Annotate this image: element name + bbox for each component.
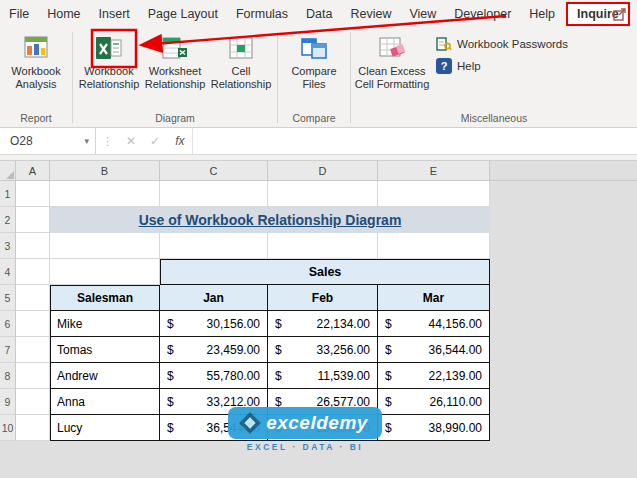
cell-relationship-button[interactable]: Cell Relationship	[208, 30, 274, 91]
amount-cell[interactable]: $23,459.00	[160, 337, 268, 363]
grid-cell[interactable]	[268, 233, 378, 259]
cancel-icon[interactable]: ✕	[119, 134, 143, 148]
row-header[interactable]: 6	[0, 311, 16, 337]
grid-cell[interactable]	[16, 285, 50, 311]
tab-data[interactable]: Data	[297, 2, 341, 26]
table-header-feb[interactable]: Feb	[268, 285, 378, 311]
ribbon-group-diagram: Workbook Relationship Worksheet Relation…	[73, 28, 277, 127]
enter-icon[interactable]: ✓	[143, 134, 167, 148]
tab-review[interactable]: Review	[341, 2, 400, 26]
grid-cell[interactable]	[16, 233, 50, 259]
grid-cell[interactable]	[378, 181, 490, 207]
amount-cell[interactable]: $22,134.00	[268, 311, 378, 337]
share-icon[interactable]	[611, 5, 629, 23]
sheet-title[interactable]: Use of Workbook Relationship Diagram	[50, 207, 490, 233]
row-header[interactable]: 4	[0, 259, 16, 285]
tab-home[interactable]: Home	[38, 2, 89, 26]
grid-cell[interactable]	[160, 181, 268, 207]
currency-symbol: $	[167, 421, 174, 435]
table-header-mar[interactable]: Mar	[378, 285, 490, 311]
watermark-pill: exceldemy	[228, 407, 382, 439]
formula-input[interactable]	[192, 128, 637, 154]
amount-cell[interactable]: $33,256.00	[268, 337, 378, 363]
cell-relationship-icon	[226, 33, 256, 63]
amount-cell[interactable]: $36,544.00	[378, 337, 490, 363]
table-header-salesman[interactable]: Salesman	[50, 285, 160, 311]
button-label: Cell Relationship	[208, 65, 274, 91]
sheet-filler	[490, 181, 637, 207]
grid-cell[interactable]	[16, 363, 50, 389]
column-header-c[interactable]: C	[160, 161, 268, 181]
workbook-relationship-icon	[94, 33, 124, 63]
grid-cell[interactable]	[50, 181, 160, 207]
salesman-cell[interactable]: Lucy	[50, 415, 160, 441]
row-header[interactable]: 5	[0, 285, 16, 311]
amount-value: 11,539.00	[318, 369, 371, 383]
worksheet-relationship-button[interactable]: Worksheet Relationship	[142, 30, 208, 91]
column-header-a[interactable]: A	[16, 161, 50, 181]
clean-excess-cell-formatting-button[interactable]: Clean Excess Cell Formatting	[354, 30, 430, 91]
row-header[interactable]: 3	[0, 233, 16, 259]
sheet-row: 5 Salesman Jan Feb Mar	[0, 285, 637, 311]
tab-view[interactable]: View	[400, 2, 445, 26]
amount-cell[interactable]: $55,780.00	[160, 363, 268, 389]
row-header[interactable]: 10	[0, 415, 16, 441]
workbook-passwords-button[interactable]: Workbook Passwords	[436, 36, 568, 52]
group-label-diagram: Diagram	[76, 111, 274, 127]
row-header[interactable]: 1	[0, 181, 16, 207]
amount-cell[interactable]: $11,539.00	[268, 363, 378, 389]
grid-cell[interactable]	[378, 233, 490, 259]
grid-cell[interactable]	[160, 233, 268, 259]
tab-page-layout[interactable]: Page Layout	[139, 2, 227, 26]
grid-cell[interactable]	[268, 181, 378, 207]
clean-excess-cell-formatting-icon	[377, 33, 407, 63]
grid-cell[interactable]	[16, 259, 50, 285]
workbook-relationship-button[interactable]: Workbook Relationship	[76, 30, 142, 91]
sheet-filler	[490, 363, 637, 389]
sheet-row: 4 Sales	[0, 259, 637, 285]
select-all-corner[interactable]	[0, 161, 16, 181]
grid-cell[interactable]	[16, 389, 50, 415]
row-header[interactable]: 7	[0, 337, 16, 363]
amount-cell[interactable]: $44,156.00	[378, 311, 490, 337]
compare-files-button[interactable]: Compare Files	[281, 30, 347, 91]
column-header-e[interactable]: E	[378, 161, 490, 181]
name-box[interactable]: O28 ▾	[0, 128, 96, 154]
ribbon: Workbook Analysis Report Workbook Relati…	[0, 28, 637, 128]
amount-cell[interactable]: $22,139.00	[378, 363, 490, 389]
help-button[interactable]: ? Help	[436, 58, 568, 74]
amount-cell[interactable]: $30,156.00	[160, 311, 268, 337]
row-header[interactable]: 8	[0, 363, 16, 389]
column-header-d[interactable]: D	[268, 161, 378, 181]
tab-insert[interactable]: Insert	[90, 2, 139, 26]
row-header[interactable]: 2	[0, 207, 16, 233]
salesman-cell[interactable]: Tomas	[50, 337, 160, 363]
tab-help[interactable]: Help	[520, 2, 564, 26]
grid-cell[interactable]	[50, 259, 160, 285]
grid-cell[interactable]	[16, 181, 50, 207]
amount-value: 36,544.00	[429, 343, 482, 357]
salesman-cell[interactable]: Anna	[50, 389, 160, 415]
amount-value: 30,156.00	[207, 317, 260, 331]
tab-file[interactable]: File	[0, 2, 38, 26]
currency-symbol: $	[385, 369, 392, 383]
salesman-cell[interactable]: Mike	[50, 311, 160, 337]
column-header-b[interactable]: B	[50, 161, 160, 181]
grid-cell[interactable]	[16, 415, 50, 441]
table-header-jan[interactable]: Jan	[160, 285, 268, 311]
workbook-analysis-icon	[21, 33, 51, 63]
grid-cell[interactable]	[50, 233, 160, 259]
formula-bar-drag-handle-icon[interactable]: ⋮	[96, 135, 119, 148]
row-header[interactable]: 9	[0, 389, 16, 415]
group-label-miscellaneous: Miscellaneous	[354, 111, 634, 127]
tab-developer[interactable]: Developer	[445, 2, 520, 26]
grid-cell[interactable]	[16, 311, 50, 337]
salesman-cell[interactable]: Andrew	[50, 363, 160, 389]
tab-formulas[interactable]: Formulas	[227, 2, 297, 26]
grid-cell[interactable]	[16, 207, 50, 233]
grid-cell[interactable]	[16, 337, 50, 363]
insert-function-icon[interactable]: fx	[167, 134, 192, 148]
name-box-dropdown-icon[interactable]: ▾	[84, 136, 89, 146]
workbook-analysis-button[interactable]: Workbook Analysis	[3, 30, 69, 91]
table-header-sales[interactable]: Sales	[160, 259, 490, 285]
